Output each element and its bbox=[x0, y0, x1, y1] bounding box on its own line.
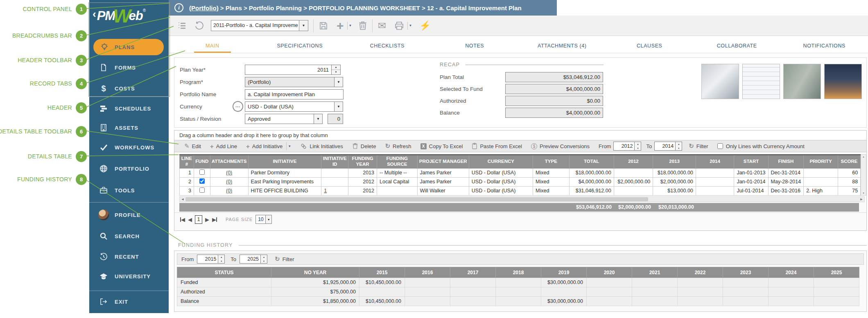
table-row[interactable]: Funded$1,925,000.00$10,450,000.00$30,000… bbox=[177, 278, 859, 287]
last-page-button[interactable]: ▶ bbox=[212, 217, 217, 223]
column-header[interactable]: 2019 bbox=[541, 267, 587, 278]
workflow-lightning-icon[interactable]: ⚡ bbox=[419, 20, 430, 31]
tab-notifications[interactable]: NOTIFICATIONS bbox=[781, 36, 868, 53]
column-header[interactable]: 2015 bbox=[359, 267, 405, 278]
add-record-button[interactable]: + bbox=[337, 19, 344, 33]
checklist-icon[interactable] bbox=[177, 21, 187, 31]
sidebar-item-forms[interactable]: FORMS bbox=[89, 62, 169, 73]
from-year-stepper[interactable]: ▲▼ bbox=[635, 142, 641, 151]
column-header[interactable]: TOTAL bbox=[569, 155, 614, 168]
column-header[interactable]: INITIATIVE bbox=[248, 155, 321, 168]
tab-checklists[interactable]: CHECKLISTS bbox=[344, 36, 431, 53]
prev-page-button[interactable]: ◀ bbox=[188, 217, 192, 223]
link-initiatives-button[interactable]: Link Initiatives bbox=[300, 143, 343, 150]
column-header[interactable]: FUND bbox=[194, 155, 210, 168]
sidebar-item-exit[interactable]: EXIT bbox=[89, 296, 169, 307]
save-button[interactable] bbox=[319, 21, 328, 31]
funding-from-stepper[interactable]: ▲▼ bbox=[218, 255, 225, 264]
record-history-icon[interactable] bbox=[194, 21, 204, 31]
cell-link[interactable]: (0) bbox=[226, 188, 232, 194]
column-header[interactable]: FINISH bbox=[768, 155, 804, 168]
sidebar-item-plans[interactable]: PLANS bbox=[93, 39, 164, 55]
column-header[interactable]: 2020 bbox=[587, 267, 632, 278]
plan-year-stepper[interactable]: ▲▼ bbox=[332, 65, 341, 75]
chevron-down-icon[interactable]: ▼ bbox=[299, 20, 308, 31]
from-year-input[interactable]: 2012 bbox=[613, 142, 635, 151]
next-page-button[interactable]: ▶ bbox=[205, 217, 209, 223]
breadcrumb-portfolio-link[interactable]: (Portfolio) bbox=[189, 5, 219, 11]
column-header[interactable]: 2024 bbox=[769, 267, 814, 278]
column-header[interactable]: 2023 bbox=[723, 267, 769, 278]
currency-select[interactable]: USD - Dollar (USA)▼ bbox=[245, 101, 343, 112]
add-initiative-button[interactable]: +Add Initiative bbox=[246, 143, 283, 150]
sidebar-item-university[interactable]: UNIVERSITY bbox=[89, 271, 169, 282]
filter-button[interactable]: ↻Filter bbox=[689, 142, 708, 150]
column-header[interactable]: PRIORITY bbox=[804, 155, 838, 168]
column-header[interactable]: START bbox=[734, 155, 768, 168]
column-header[interactable]: 2025 bbox=[814, 267, 859, 278]
fund-checkbox[interactable] bbox=[199, 187, 205, 193]
attachment-thumbnail-aerial[interactable] bbox=[783, 64, 821, 99]
column-header[interactable]: 2022 bbox=[678, 267, 723, 278]
refresh-button[interactable]: ↻Refresh bbox=[385, 142, 411, 150]
status-select[interactable]: Approved▼ bbox=[245, 114, 323, 124]
cell-link[interactable]: 1 bbox=[324, 188, 327, 194]
add-line-button[interactable]: +Add Line bbox=[210, 143, 237, 150]
sidebar-item-profile[interactable]: PROFILE bbox=[89, 209, 169, 221]
table-row[interactable]: 3(0)HITE OFFICE BUILDING12012Will Walker… bbox=[180, 186, 861, 195]
tab-specifications[interactable]: SPECIFICATIONS bbox=[256, 36, 344, 53]
tab-attachments[interactable]: ATTACHMENTS (4) bbox=[518, 36, 606, 53]
sidebar-item-costs[interactable]: $ COSTS bbox=[89, 83, 169, 94]
copy-to-excel-button[interactable]: XCopy To Excel bbox=[420, 143, 463, 149]
column-header[interactable]: PROJECT MANAGER bbox=[417, 155, 469, 168]
column-header[interactable]: ATTACHMENTS bbox=[210, 155, 248, 168]
cell-link[interactable]: (0) bbox=[226, 170, 232, 176]
column-header[interactable]: NO YEAR bbox=[271, 267, 359, 278]
column-header[interactable]: SCORE bbox=[838, 155, 860, 168]
column-header[interactable]: LINE # bbox=[180, 155, 194, 168]
sidebar-item-assets[interactable]: ASSETS bbox=[89, 122, 169, 133]
collapse-sidebar-icon[interactable]: ‹ bbox=[93, 8, 96, 20]
column-header[interactable]: TYPE bbox=[533, 155, 570, 168]
table-row[interactable]: Balance$1,850,000.00$10,450,000.00$30,00… bbox=[177, 297, 859, 306]
sidebar-item-search[interactable]: SEARCH bbox=[89, 230, 169, 242]
tab-collaborate[interactable]: COLLABORATE bbox=[693, 36, 781, 53]
column-header[interactable]: 2012 bbox=[614, 155, 653, 168]
add-record-caret-icon[interactable]: ▼ bbox=[349, 24, 352, 27]
column-header[interactable]: 2016 bbox=[405, 267, 450, 278]
portfolio-name-input[interactable]: a. Capital Improvement Plan bbox=[245, 89, 344, 99]
sidebar-item-portfolio[interactable]: PORTFOLIO bbox=[89, 163, 169, 174]
paste-from-excel-button[interactable]: Paste From Excel bbox=[472, 143, 522, 149]
table-row[interactable]: $53,046,912.00$2,000,000.00$20,013,000.0… bbox=[179, 203, 859, 212]
edit-button[interactable]: ✎Edit bbox=[184, 142, 201, 150]
page-size-select[interactable]: 10▼ bbox=[255, 215, 272, 224]
to-year-input[interactable]: 2014 bbox=[654, 142, 676, 151]
sidebar-item-recent[interactable]: RECENT bbox=[89, 251, 169, 262]
fund-checkbox[interactable] bbox=[199, 178, 205, 184]
sidebar-item-schedules[interactable]: SCHEDULES bbox=[89, 103, 169, 114]
horizontal-scrollbar[interactable]: ◀ ▶ bbox=[179, 196, 865, 202]
attachment-thumbnail-drawing[interactable] bbox=[742, 64, 780, 99]
print-button[interactable] bbox=[394, 21, 404, 31]
first-page-button[interactable]: ◀ bbox=[180, 217, 185, 223]
sidebar-item-tools[interactable]: TOOLS bbox=[89, 185, 169, 196]
attachment-thumbnail-rendering[interactable] bbox=[701, 64, 739, 99]
cell-link[interactable]: (0) bbox=[226, 179, 232, 185]
email-button[interactable]: ✉ bbox=[377, 20, 386, 32]
print-caret-icon[interactable]: ▼ bbox=[409, 24, 412, 27]
vertical-scrollbar[interactable]: ▲▼ bbox=[861, 154, 866, 196]
plan-year-input[interactable]: 2011 bbox=[245, 65, 332, 75]
add-initiative-caret-icon[interactable]: ▼ bbox=[288, 144, 291, 148]
tab-main[interactable]: MAIN bbox=[169, 36, 256, 53]
only-lines-checkbox[interactable] bbox=[717, 143, 723, 149]
tab-notes[interactable]: NOTES bbox=[431, 36, 519, 53]
column-header[interactable]: FUNDING SOURCE bbox=[377, 155, 418, 168]
funding-to-stepper[interactable]: ▲▼ bbox=[261, 255, 267, 264]
info-icon[interactable]: i bbox=[174, 3, 183, 12]
funding-to-input[interactable]: 2025 bbox=[240, 255, 261, 264]
delete-record-button[interactable] bbox=[358, 21, 367, 31]
column-header[interactable]: 2021 bbox=[632, 267, 678, 278]
column-header[interactable]: FUNDING YEAR bbox=[348, 155, 377, 168]
column-header[interactable]: INITIATIVE ID bbox=[321, 155, 348, 168]
fund-checkbox[interactable] bbox=[199, 169, 205, 175]
